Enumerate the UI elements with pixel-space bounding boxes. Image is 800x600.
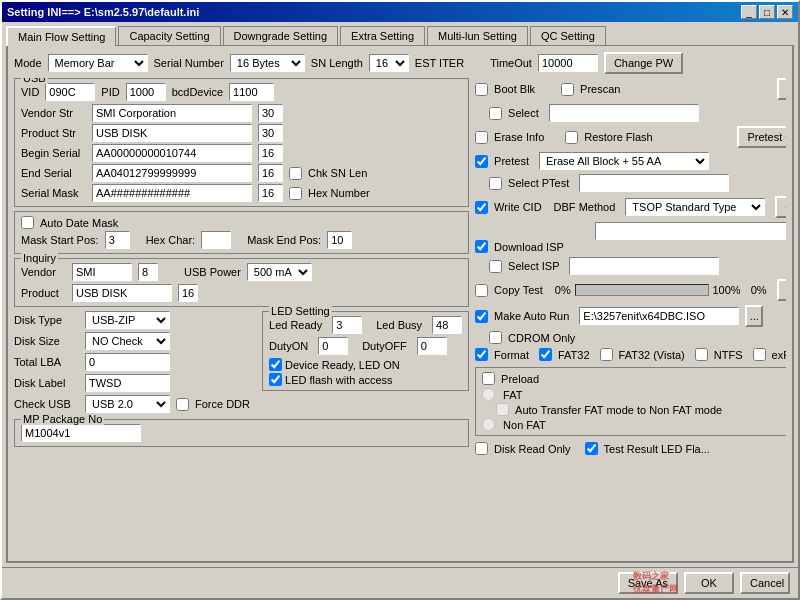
duty-off-input[interactable] — [417, 337, 447, 355]
disk-type-select[interactable]: USB-ZIP — [85, 311, 170, 329]
end-serial-input[interactable] — [92, 164, 252, 182]
tab-capacity[interactable]: Capacity Setting — [118, 26, 220, 45]
led-busy-input[interactable] — [432, 316, 462, 334]
serial-mask-input[interactable] — [92, 184, 252, 202]
end-serial-num[interactable] — [258, 164, 283, 182]
timeout-input[interactable] — [538, 54, 598, 72]
tab-multi-lun[interactable]: Multi-lun Setting — [427, 26, 528, 45]
opt-button[interactable]: Opt — [775, 196, 786, 218]
tab-downgrade[interactable]: Downgrade Setting — [223, 26, 339, 45]
preload-checkbox[interactable] — [482, 372, 495, 385]
minimize-button[interactable]: _ — [741, 5, 757, 19]
duty-on-input[interactable] — [318, 337, 348, 355]
disk-size-select[interactable]: NO Check — [85, 332, 170, 350]
select-ptest-checkbox[interactable] — [489, 177, 502, 190]
browse-auto-run-button[interactable]: ... — [745, 305, 763, 327]
inq-product-input[interactable] — [72, 284, 172, 302]
cdrom-only-label: CDROM Only — [508, 332, 575, 344]
ntfs-checkbox[interactable] — [695, 348, 708, 361]
auto-transfer-checkbox[interactable] — [496, 403, 509, 416]
maximize-button[interactable]: □ — [759, 5, 775, 19]
fat32-checkbox[interactable] — [539, 348, 552, 361]
force-ddr-checkbox[interactable] — [176, 398, 189, 411]
product-str-input[interactable] — [92, 124, 252, 142]
change-pw-button[interactable]: Change PW — [604, 52, 683, 74]
serial-mask-num[interactable] — [258, 184, 283, 202]
close-button[interactable]: ✕ — [777, 5, 793, 19]
tab-main-flow[interactable]: Main Flow Setting — [6, 26, 116, 46]
content-split: USB VID PID bcdDevice Vendor Str — [14, 78, 786, 555]
boot-blk-checkbox[interactable] — [475, 83, 488, 96]
chk-sn-len-checkbox[interactable] — [289, 167, 302, 180]
select-ptest-input[interactable] — [579, 174, 729, 192]
erase-info-checkbox[interactable] — [475, 131, 488, 144]
pid-input[interactable] — [126, 83, 166, 101]
tab-extra[interactable]: Extra Setting — [340, 26, 425, 45]
hex-number-checkbox[interactable] — [289, 187, 302, 200]
sn-length-select[interactable]: 16 — [369, 54, 409, 72]
pretest-checkbox[interactable] — [475, 155, 488, 168]
led-ready-input[interactable] — [332, 316, 362, 334]
make-auto-run-checkbox[interactable] — [475, 310, 488, 323]
auto-date-mask-checkbox[interactable] — [21, 216, 34, 229]
format-checkbox[interactable] — [475, 348, 488, 361]
disk-label-input[interactable] — [85, 374, 170, 392]
mode-select[interactable]: Memory Bar — [48, 54, 148, 72]
fat32-vista-label: FAT32 (Vista) — [619, 349, 685, 361]
disk-read-only-checkbox[interactable] — [475, 442, 488, 455]
select-row: Select — [489, 104, 786, 122]
test-result-checkbox[interactable] — [585, 442, 598, 455]
usb-power-select[interactable]: 500 mA — [247, 263, 312, 281]
inq-product-num[interactable] — [178, 284, 198, 302]
vendor-str-input[interactable] — [92, 104, 252, 122]
prescan-checkbox[interactable] — [561, 83, 574, 96]
select-ptest-row: Select PTest — [489, 174, 786, 192]
download-isp-checkbox[interactable] — [475, 240, 488, 253]
cancel-button[interactable]: Cancel — [740, 572, 790, 594]
dbf-method-select[interactable]: TSOP Standard Type — [625, 198, 765, 216]
copy-test-checkbox[interactable] — [475, 284, 488, 297]
tab-qc[interactable]: QC Setting — [530, 26, 606, 45]
set-button-1[interactable]: Set — [777, 78, 786, 100]
check-usb-select[interactable]: USB 2.0 — [85, 395, 170, 413]
vendor-str-num[interactable] — [258, 104, 283, 122]
exfat-checkbox[interactable] — [753, 348, 766, 361]
led-flash-checkbox[interactable] — [269, 373, 282, 386]
mask-end-pos-input[interactable] — [327, 231, 352, 249]
restore-flash-checkbox[interactable] — [565, 131, 578, 144]
write-cid-input[interactable] — [595, 222, 786, 240]
fat-radio[interactable] — [482, 388, 495, 401]
usb-group-label: USB — [21, 78, 48, 84]
auto-run-path-input[interactable] — [579, 307, 739, 325]
bcd-input[interactable] — [229, 83, 274, 101]
fat32-vista-checkbox[interactable] — [600, 348, 613, 361]
inq-vendor-input[interactable] — [72, 263, 132, 281]
mp-package-input[interactable] — [21, 424, 141, 442]
hex-char-input[interactable] — [201, 231, 231, 249]
inq-vendor-num[interactable] — [138, 263, 158, 281]
erase-method-select[interactable]: Erase All Block + 55 AA — [539, 152, 709, 170]
begin-serial-num[interactable] — [258, 144, 283, 162]
select-isp-checkbox[interactable] — [489, 260, 502, 273]
serial-number-select[interactable]: 16 Bytes — [230, 54, 305, 72]
device-ready-checkbox[interactable] — [269, 358, 282, 371]
vendor-str-label: Vendor Str — [21, 107, 86, 119]
select-checkbox[interactable] — [489, 107, 502, 120]
pretest-row: Pretest Erase All Block + 55 AA — [475, 152, 786, 170]
begin-serial-input[interactable] — [92, 144, 252, 162]
cdrom-only-checkbox[interactable] — [489, 331, 502, 344]
ok-button[interactable]: OK — [684, 572, 734, 594]
disk-type-label: Disk Type — [14, 314, 79, 326]
select-input[interactable] — [549, 104, 699, 122]
select-isp-input[interactable] — [569, 257, 719, 275]
product-str-num[interactable] — [258, 124, 283, 142]
mask-start-pos-input[interactable] — [105, 231, 130, 249]
non-fat-radio[interactable] — [482, 418, 495, 431]
vid-input[interactable] — [45, 83, 95, 101]
preload-group: Preload FAT Auto Transfer FAT mode to No… — [475, 367, 786, 436]
pretest-opt-button[interactable]: Pretest Opt — [737, 126, 786, 148]
write-cid-checkbox[interactable] — [475, 201, 488, 214]
total-lba-input[interactable] — [85, 353, 170, 371]
test-result-label: Test Result LED Fla... — [604, 443, 710, 455]
set-button-2[interactable]: Set — [777, 279, 786, 301]
